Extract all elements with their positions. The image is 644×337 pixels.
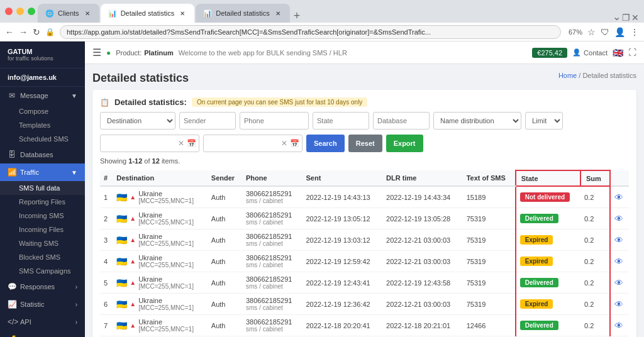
date-to-clear-button[interactable]: ✕ (281, 139, 287, 148)
tab-detailed-stats-1[interactable]: 📊 Detailed statistics ✕ (101, 4, 195, 23)
app: GATUM for traffic solutions info@james.u… (0, 41, 644, 337)
dest-country: Ukraine (138, 318, 194, 326)
tab-detailed-stats-2-close[interactable]: ✕ (274, 9, 282, 18)
tab-detailed-stats-2[interactable]: 📊 Detailed statistics ✕ (196, 4, 290, 23)
sidebar-item-waiting-sms[interactable]: Waiting SMS (0, 236, 85, 250)
search-button[interactable]: Search (306, 135, 345, 152)
traffic-icon: 📶 (8, 168, 16, 177)
sidebar-item-statistic[interactable]: 📈 Statistic › (0, 296, 85, 313)
cell-action[interactable]: 👁 (610, 272, 629, 294)
database-filter[interactable] (373, 112, 430, 130)
cell-sum: 0.2 (580, 229, 610, 251)
cell-sent: 2022-12-19 14:43:13 (302, 186, 382, 208)
col-destination: Destination (113, 170, 208, 186)
limit-filter[interactable]: Limit (525, 112, 563, 130)
tab-clients[interactable]: 🌐 Clients ✕ (38, 4, 99, 23)
star-icon[interactable]: ☆ (587, 27, 596, 37)
destination-filter[interactable]: Destination (100, 112, 175, 130)
cell-action[interactable]: 👁 (610, 208, 629, 229)
contact-button[interactable]: 👤 Contact (572, 48, 608, 57)
dest-icon2: ▲ (130, 279, 136, 286)
breadcrumb-home[interactable]: Home (558, 72, 577, 79)
state-filter[interactable] (313, 112, 369, 130)
view-button[interactable]: 👁 (614, 235, 623, 245)
sidebar-item-responses[interactable]: 💬 Responses › (0, 278, 85, 296)
sidebar-item-templates[interactable]: Templates (0, 118, 85, 132)
tab-clients-label: Clients (58, 9, 79, 17)
expand-button[interactable]: ⛶ (628, 48, 636, 57)
tab-detailed-stats-1-close[interactable]: ✕ (178, 9, 187, 18)
view-button[interactable]: 👁 (614, 214, 623, 224)
message-icon: ✉ (8, 91, 16, 100)
cell-destination: 🇺🇦 ▲ Ukraine [MCC=255,MNC=1] (113, 272, 208, 294)
date-from-calendar-button[interactable]: 📅 (187, 139, 196, 148)
sidebar-item-api[interactable]: </> API › (0, 313, 85, 331)
cell-action[interactable]: 👁 (610, 229, 629, 251)
view-button[interactable]: 👁 (614, 192, 623, 202)
sidebar-item-sms-campaigns[interactable]: SMS Campaigns (0, 264, 85, 278)
sidebar-item-traffic[interactable]: 📶 Traffic ▼ (0, 163, 85, 181)
phone-filter[interactable] (240, 112, 309, 130)
reset-button[interactable]: Reset (348, 135, 382, 152)
sender-filter[interactable] (179, 112, 236, 130)
name-distribution-filter[interactable]: Name distribution (433, 112, 521, 130)
status-badge: Delivered (520, 214, 558, 223)
status-badge: Not delivered (520, 192, 570, 202)
cell-action[interactable]: 👁 (610, 294, 629, 315)
forward-button[interactable]: → (19, 27, 28, 37)
tab-clients-close[interactable]: ✕ (83, 9, 92, 18)
window-minimize-button[interactable] (16, 8, 24, 15)
col-dlr-time: DLR time (382, 170, 463, 186)
view-button[interactable]: 👁 (614, 278, 623, 288)
cell-state: Expired (516, 251, 580, 272)
status-badge: Expired (520, 257, 553, 266)
dest-flag: 🇺🇦 (116, 278, 127, 288)
profile-icon[interactable]: 👤 (614, 27, 625, 37)
window-close-button[interactable] (5, 8, 13, 15)
export-button[interactable]: Export (386, 135, 423, 152)
sidebar-item-sms-full-data[interactable]: SMS full data (0, 181, 85, 195)
extensions-icon[interactable]: 🛡 (601, 27, 609, 37)
date-from-clear-button[interactable]: ✕ (178, 139, 184, 148)
sidebar-item-message[interactable]: ✉ Message ▼ (0, 87, 85, 104)
date-to-input[interactable]: 2022-12-23 23:55 (206, 140, 279, 147)
menu-icon[interactable]: ⋮ (630, 27, 639, 37)
sidebar-item-databases[interactable]: 🗄 Databases (0, 146, 85, 163)
sidebar-item-message-label: Message (20, 92, 48, 99)
sidebar-item-blocked-sms[interactable]: Blocked SMS (0, 250, 85, 264)
balance-badge[interactable]: €275,42 (532, 48, 567, 58)
sidebar-item-reporting-files[interactable]: Reporting Files (0, 195, 85, 209)
refresh-button[interactable]: ↻ (33, 27, 40, 37)
flag-icon[interactable]: 🇬🇧 (613, 48, 623, 58)
window-close-x-button[interactable]: ✕ (631, 13, 639, 23)
view-button[interactable]: 👁 (614, 299, 623, 309)
sidebar-item-incoming-files[interactable]: Incoming Files (0, 223, 85, 236)
dest-code: [MCC=255,MNC=1] (138, 240, 194, 247)
sidebar-item-compose[interactable]: Compose (0, 104, 85, 118)
new-tab-button[interactable]: + (291, 9, 303, 23)
table-body: 1 🇺🇦 ▲ Ukraine [MCC=255,MNC=1] Auth 3806… (100, 186, 629, 336)
cell-action[interactable]: 👁 (610, 251, 629, 272)
cell-dlr-time: 2022-12-21 03:00:03 (382, 229, 463, 251)
cell-action[interactable]: 👁 (610, 186, 629, 208)
logo-sub: for traffic solutions (8, 55, 77, 62)
date-from-input[interactable]: 2022-09-01 00:00 (103, 140, 175, 147)
sidebar-item-incoming-sms[interactable]: Incoming SMS (0, 209, 85, 223)
hamburger-button[interactable]: ☰ (92, 47, 101, 58)
sidebar-item-scheduled-sms[interactable]: Scheduled SMS (0, 132, 85, 146)
showing-range: 1-12 (128, 157, 142, 165)
date-to-calendar-button[interactable]: 📅 (290, 139, 299, 148)
window-restore-button[interactable]: ❐ (622, 13, 630, 23)
back-button[interactable]: ← (5, 27, 14, 37)
dest-flag: 🇺🇦 (116, 299, 127, 309)
sidebar-item-finance[interactable]: 💰 Finance › (0, 331, 85, 337)
view-button[interactable]: 👁 (614, 321, 623, 331)
dest-icon2: ▲ (130, 322, 136, 329)
cell-action[interactable]: 👁 (610, 315, 629, 336)
cell-text-sms: 75319 (463, 229, 516, 251)
cell-destination: 🇺🇦 ▲ Ukraine [MCC=255,MNC=1] (113, 186, 208, 208)
window-maximize-button[interactable] (28, 8, 35, 15)
address-bar[interactable]: https://app.gatum.io/stat/detailed?SmsSe… (60, 25, 561, 39)
tab-list-button[interactable]: ⌄ (613, 11, 621, 23)
view-button[interactable]: 👁 (614, 257, 623, 267)
